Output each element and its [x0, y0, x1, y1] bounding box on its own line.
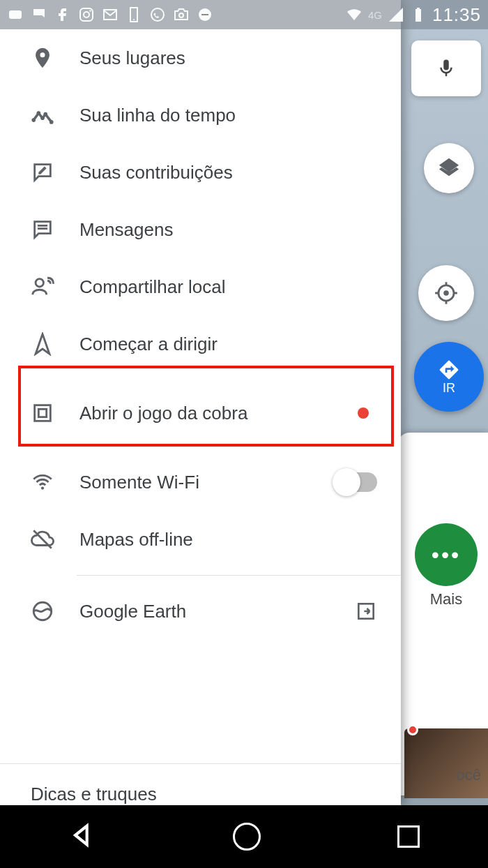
- svg-point-5: [89, 10, 91, 11]
- wifi-icon: [346, 6, 363, 23]
- clock: 11:35: [432, 4, 481, 26]
- android-nav-bar: [0, 805, 488, 868]
- svg-point-13: [37, 111, 41, 115]
- menu-label: Mensagens: [79, 219, 173, 241]
- messages-icon: [31, 218, 54, 241]
- microphone-icon: [436, 58, 457, 79]
- nav-recents-button[interactable]: [397, 825, 420, 848]
- whatsapp-icon: [149, 6, 166, 23]
- menu-item-google-earth[interactable]: Google Earth: [0, 583, 401, 640]
- svg-rect-11: [417, 8, 420, 9]
- svg-point-6: [133, 19, 135, 20]
- earth-icon: [31, 599, 54, 623]
- more-category[interactable]: ••• Mais: [404, 523, 488, 649]
- menu-item-tips[interactable]: Dicas e truques: [0, 764, 401, 805]
- facebook-icon: [54, 6, 71, 23]
- svg-point-8: [179, 13, 183, 17]
- svg-point-20: [41, 486, 44, 489]
- menu-item-start-driving[interactable]: Começar a dirigir: [0, 315, 401, 373]
- svg-rect-19: [38, 409, 46, 417]
- menu-label: Mapas off-line: [79, 529, 193, 551]
- menu-label: Abrir o jogo da cobra: [79, 403, 247, 424]
- cloud-off-icon: [31, 527, 54, 551]
- svg-point-16: [49, 120, 54, 124]
- wifi-icon: [31, 470, 54, 494]
- menu-label: Google Earth: [79, 601, 186, 622]
- menu-label: Seus lugares: [79, 47, 185, 69]
- share-location-icon: [31, 275, 54, 299]
- open-external-icon: [355, 600, 377, 622]
- my-location-button[interactable]: [418, 265, 474, 321]
- more-label: Mais: [430, 590, 462, 608]
- svg-point-4: [84, 12, 89, 17]
- menu-item-wifi-only[interactable]: Somente Wi-Fi: [0, 454, 401, 511]
- menu-item-offline-maps[interactable]: Mapas off-line: [0, 511, 401, 568]
- directions-label: IR: [443, 381, 455, 396]
- svg-rect-2: [9, 10, 22, 19]
- gmail-icon: [102, 6, 119, 23]
- back-icon: [68, 821, 96, 849]
- search-bar-voice[interactable]: [411, 40, 481, 96]
- nav-back-button[interactable]: [68, 821, 96, 852]
- menu-label: Começar a dirigir: [79, 334, 218, 355]
- timeline-icon: [31, 103, 54, 127]
- phone-icon: [125, 6, 142, 23]
- battery-icon: [410, 6, 427, 23]
- menu-list: Seus lugares Sua linha do tempo Suas con…: [0, 29, 401, 758]
- nav-home-button[interactable]: [233, 823, 261, 851]
- menu-item-timeline[interactable]: Sua linha do tempo: [0, 87, 401, 144]
- svg-point-17: [36, 279, 43, 287]
- for-you-label: ocê: [457, 766, 481, 784]
- home-icon: [233, 823, 261, 851]
- screen: IR ••• Mais ocê 4G 11:35: [0, 0, 488, 868]
- menu-label: Compartilhar local: [79, 276, 226, 298]
- menu-item-share-location[interactable]: Compartilhar local: [0, 258, 401, 315]
- network-label: 4G: [368, 9, 382, 21]
- navigation-drawer: Seus lugares Sua linha do tempo Suas con…: [0, 0, 401, 805]
- more-dots-icon: •••: [415, 523, 478, 586]
- svg-point-14: [40, 116, 45, 120]
- wifi-only-toggle[interactable]: [334, 472, 377, 492]
- menu-item-contributions[interactable]: Suas contribuições: [0, 144, 401, 201]
- svg-point-1: [445, 292, 448, 295]
- pin-icon: [31, 46, 54, 70]
- directions-icon: [438, 359, 460, 381]
- layers-icon: [437, 156, 461, 180]
- navigation-icon: [31, 332, 54, 356]
- menu-label: Somente Wi-Fi: [79, 472, 199, 493]
- instagram-icon: [78, 6, 95, 23]
- snake-icon: [31, 401, 54, 425]
- menu-label: Sua linha do tempo: [79, 105, 236, 126]
- status-bar: 4G 11:35: [0, 0, 488, 29]
- menu-label: Suas contribuições: [79, 162, 233, 184]
- menu-item-messages[interactable]: Mensagens: [0, 201, 401, 258]
- recents-icon: [397, 825, 420, 848]
- layers-button[interactable]: [424, 143, 474, 193]
- svg-point-15: [43, 112, 47, 117]
- crosshair-icon: [433, 280, 459, 306]
- svg-point-12: [31, 118, 36, 122]
- notification-icon: [31, 6, 47, 23]
- place-photo: [404, 728, 488, 798]
- dnd-icon: [197, 6, 213, 23]
- notification-icon: [7, 6, 24, 23]
- menu-item-your-places[interactable]: Seus lugares: [0, 29, 401, 87]
- signal-icon: [388, 6, 404, 23]
- directions-button[interactable]: IR: [414, 342, 484, 412]
- camera-icon: [173, 6, 190, 23]
- new-indicator-dot: [358, 407, 369, 419]
- svg-rect-10: [201, 14, 208, 15]
- divider: [77, 575, 401, 576]
- edit-review-icon: [31, 160, 54, 184]
- svg-rect-18: [35, 405, 51, 421]
- notification-dot: [407, 724, 418, 735]
- menu-item-snake-game[interactable]: Abrir o jogo da cobra: [0, 373, 401, 454]
- svg-point-7: [151, 8, 164, 21]
